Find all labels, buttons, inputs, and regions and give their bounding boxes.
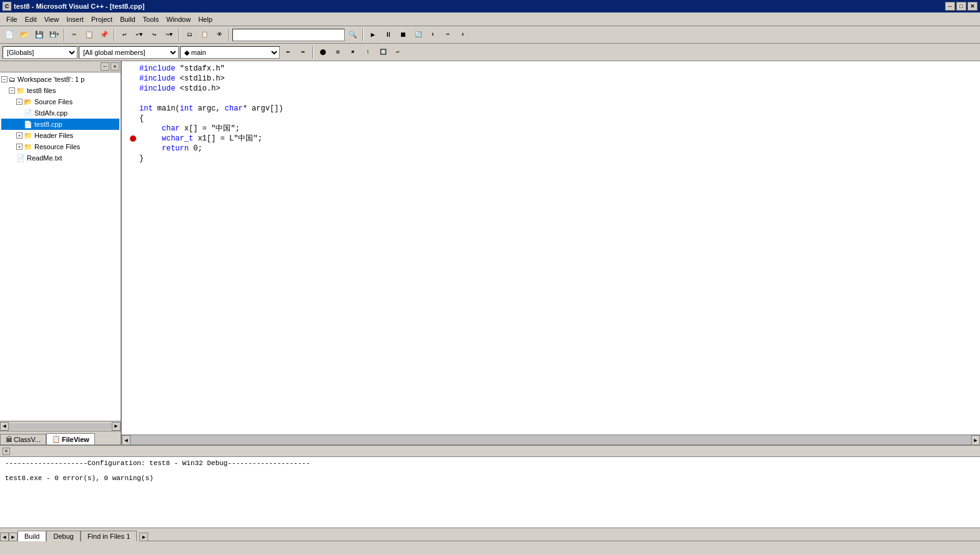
undo-button[interactable]: ↩ <box>117 28 131 42</box>
menu-help[interactable]: Help <box>194 14 216 24</box>
sidebar-close-button[interactable]: ✕ <box>111 62 119 71</box>
stop-button[interactable]: ⏹ <box>396 28 410 42</box>
include-keyword-2: #include <box>139 74 176 83</box>
tab-classview[interactable]: 🏛 ClassV... <box>0 434 46 444</box>
minimize-button[interactable]: ─ <box>945 2 955 11</box>
tree-project[interactable]: − 📁 test8 files <box>1 85 119 96</box>
copy-button[interactable]: 📋 <box>82 28 96 42</box>
menu-file[interactable]: File <box>2 14 21 24</box>
code-scroll-left[interactable]: ◀ <box>122 435 131 444</box>
menu-project[interactable]: Project <box>87 14 116 24</box>
next-location-button[interactable]: ➡ <box>296 46 310 59</box>
project-label: test8 files <box>27 87 56 94</box>
output-header: ✕ <box>0 446 980 457</box>
redo-button[interactable]: ↪ <box>147 28 161 42</box>
output-tab-next[interactable]: ▶ <box>9 533 17 541</box>
wchar-keyword: wchar_t <box>162 134 193 143</box>
members-dropdown[interactable]: [All global members] <box>79 46 179 59</box>
expand-resource[interactable]: + <box>16 144 22 150</box>
undo2-button[interactable]: ↩▼ <box>132 28 146 42</box>
indent-7 <box>139 124 157 133</box>
back-button[interactable]: ↩ <box>391 46 405 59</box>
tab-debug[interactable]: Debug <box>46 531 80 541</box>
output-line-1: --------------------Configuration: test8… <box>5 459 975 467</box>
menu-tools[interactable]: Tools <box>139 14 163 24</box>
paste-button[interactable]: 📌 <box>97 28 111 42</box>
output-content[interactable]: --------------------Configuration: test8… <box>0 457 980 528</box>
expand-source[interactable]: − <box>16 99 22 105</box>
menu-build[interactable]: Build <box>116 14 139 24</box>
code-scroll-right[interactable]: ▶ <box>971 435 980 444</box>
tree-source-files[interactable]: − 📂 Source Files <box>1 96 119 107</box>
code-hscroll-track[interactable] <box>131 435 971 444</box>
scope-dropdown[interactable]: [Globals] <box>2 46 77 59</box>
tree-workspace[interactable]: − 🗂 Workspace 'test8': 1 p <box>1 74 119 85</box>
disassembly-button[interactable]: 🔲 <box>376 46 390 59</box>
scroll-right-button[interactable]: ▶ <box>112 422 121 431</box>
save-all-button[interactable]: 💾+ <box>47 28 61 42</box>
tree-test8cpp[interactable]: 📄 test8.cpp <box>1 119 119 130</box>
sidebar: ─ ✕ − 🗂 Workspace 'test8': 1 p − 📁 test8… <box>0 61 122 444</box>
include-keyword-3: #include <box>139 84 176 93</box>
workspace-button[interactable]: 🗂 <box>182 28 196 42</box>
find-button[interactable]: 🔍 <box>346 28 360 42</box>
code-line-2: #include <stdlib.h> <box>127 74 975 84</box>
expand-project[interactable]: − <box>9 87 15 94</box>
output-button[interactable]: 📋 <box>197 28 211 42</box>
header-files-label: Header Files <box>34 132 73 139</box>
output-tab-end[interactable]: ▶ <box>139 533 148 541</box>
restart-button[interactable]: 🔄 <box>411 28 425 42</box>
menu-window[interactable]: Window <box>162 14 194 24</box>
code-hscroll: ◀ ▶ <box>122 435 980 444</box>
scroll-left-button[interactable]: ◀ <box>0 422 9 431</box>
step-over-button[interactable]: ➡ <box>441 28 455 42</box>
tab-find-in-files[interactable]: Find in Files 1 <box>81 531 137 541</box>
open-button[interactable]: 📂 <box>17 28 31 42</box>
cut-button[interactable]: ✂ <box>67 28 81 42</box>
toggle-bp-button[interactable]: ⬤ <box>316 46 330 59</box>
redo2-button[interactable]: ↪▼ <box>162 28 176 42</box>
separator-4 <box>229 29 230 41</box>
find-input[interactable] <box>232 29 345 41</box>
menu-insert[interactable]: Insert <box>62 14 87 24</box>
char-keyword-2: char <box>162 124 180 133</box>
pause-button[interactable]: ⏸ <box>381 28 395 42</box>
toolbar-1: 📄 📂 💾 💾+ ✂ 📋 📌 ↩ ↩▼ ↪ ↪▼ 🗂 📋 👁 🔍 ▶ ⏸ ⏹ 🔄… <box>0 26 980 44</box>
step-out-button[interactable]: ⬆ <box>456 28 470 42</box>
watch-button[interactable]: 👁 <box>212 28 226 42</box>
project-icon: 📁 <box>16 87 25 95</box>
output-tab-prev[interactable]: ◀ <box>0 533 9 541</box>
expand-header[interactable]: + <box>16 132 22 139</box>
tab-fileview[interactable]: 📋 FileView <box>46 433 95 444</box>
tree-resource-files[interactable]: + 📁 Resource Files <box>1 141 119 152</box>
enable-bp-button[interactable]: ! <box>361 46 375 59</box>
close-window-button[interactable]: ✕ <box>968 2 978 11</box>
menu-edit[interactable]: Edit <box>21 14 41 24</box>
clear-bp-button[interactable]: ✖ <box>346 46 360 59</box>
step-into-button[interactable]: ⬇ <box>426 28 440 42</box>
run-button[interactable]: ▶ <box>366 28 380 42</box>
sidebar-min-button[interactable]: ─ <box>101 62 109 71</box>
classview-icon: 🏛 <box>6 436 12 443</box>
classview-label: ClassV... <box>14 436 41 443</box>
separator-3 <box>179 29 180 41</box>
tree-header-files[interactable]: + 📁 Header Files <box>1 130 119 141</box>
hscroll-track[interactable] <box>9 423 112 430</box>
output-close-button[interactable]: ✕ <box>2 448 10 455</box>
tree-stdafx[interactable]: 📄 StdAfx.cpp <box>1 107 119 119</box>
tab-build[interactable]: Build <box>17 531 46 541</box>
save-button[interactable]: 💾 <box>32 28 46 42</box>
maximize-button[interactable]: □ <box>956 2 966 11</box>
new-file-button[interactable]: 📄 <box>2 28 16 42</box>
prev-location-button[interactable]: ⬅ <box>281 46 295 59</box>
test8cpp-label: test8.cpp <box>34 120 62 128</box>
tree-readme[interactable]: 📄 ReadMe.txt <box>1 152 119 164</box>
file-tree: − 🗂 Workspace 'test8': 1 p − 📁 test8 fil… <box>0 72 121 421</box>
stdafx-label: StdAfx.cpp <box>34 109 67 117</box>
breakpoints-button[interactable]: ⊞ <box>331 46 345 59</box>
expand-workspace[interactable]: − <box>1 76 7 82</box>
code-content[interactable]: #include "stdafx.h" #include <stdlib.h> … <box>122 61 980 435</box>
function-dropdown[interactable]: ◆ main <box>180 46 280 59</box>
menu-view[interactable]: View <box>41 14 63 24</box>
return-keyword: return <box>162 144 189 153</box>
